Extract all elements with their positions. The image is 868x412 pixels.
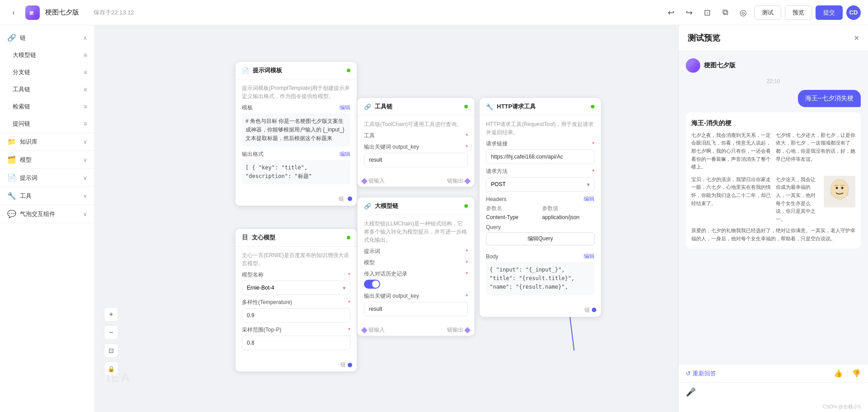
lock-btn[interactable]: 🔒 bbox=[104, 361, 118, 376]
llm-chain-in-label: 链输入 bbox=[368, 326, 385, 334]
submit-button[interactable]: 提交 bbox=[816, 5, 843, 20]
svg-point-11 bbox=[836, 187, 838, 189]
sidebar-item-search-chain[interactable]: 检索链 ≡ bbox=[0, 98, 94, 115]
sidebar-label-search: 检索链 bbox=[13, 103, 80, 111]
http-tool-header: 🔧 HTTP请求工具 bbox=[480, 98, 601, 116]
zoom-out-btn[interactable]: − bbox=[104, 325, 118, 340]
fit-btn[interactable]: ⊡ bbox=[104, 343, 118, 358]
llm-prompt-required: * bbox=[466, 248, 468, 255]
branch-menu-icon[interactable]: ≡ bbox=[84, 69, 87, 76]
temperature-label-text: 多样性(Temperature) bbox=[242, 299, 292, 306]
preview-button[interactable]: 预览 bbox=[785, 5, 812, 20]
redo-button[interactable]: ↪ bbox=[682, 5, 696, 20]
llm-chain-out-diamond bbox=[464, 327, 471, 333]
toggle-thumb bbox=[372, 281, 379, 288]
http-tool-node: 🔧 HTTP请求工具 HTTP请求工具(RequestTool)，用于发起请求并… bbox=[479, 98, 601, 317]
http-tool-body: HTTP请求工具(RequestTool)，用于发起请求并返回结果。 请求链接 … bbox=[480, 116, 601, 304]
tool-chain-status bbox=[464, 105, 468, 108]
llm-model-label: 模型 * bbox=[364, 259, 468, 267]
tool-chain-in: 链输入 bbox=[362, 177, 385, 185]
preview-close-btn[interactable]: × bbox=[854, 33, 859, 43]
refresh-btn[interactable]: ↺ 重新回答 bbox=[686, 370, 716, 378]
body-edit-btn[interactable]: 编辑 bbox=[584, 253, 594, 260]
temperature-label: 多样性(Temperature) * bbox=[242, 299, 350, 306]
test-button[interactable]: 测试 bbox=[754, 5, 781, 20]
url-input[interactable] bbox=[486, 150, 594, 164]
llm-chain-body: 大模型链(LLMChain)是一种链式结构，它将多个输入转化为模型提示，并可进一… bbox=[358, 215, 474, 324]
llm-model-required: * bbox=[466, 260, 468, 266]
sidebar-label-branch: 分支链 bbox=[13, 68, 80, 76]
export-button[interactable]: ⧉ bbox=[718, 5, 732, 20]
search-menu-icon[interactable]: ≡ bbox=[84, 103, 87, 110]
template-edit-btn[interactable]: 编辑 bbox=[340, 104, 350, 112]
output-format-edit-btn[interactable]: 编辑 bbox=[340, 150, 350, 158]
undo-button[interactable]: ↩ bbox=[664, 5, 678, 20]
qa-menu-icon[interactable]: ≡ bbox=[84, 120, 87, 127]
thumbup-btn[interactable]: 👍 bbox=[834, 369, 843, 378]
tool-chain-body: 工具链(ToolChain)可通用工具进行查询。 工具 * 输出关键词 outp… bbox=[358, 116, 474, 175]
mic-icon[interactable]: 🎤 bbox=[686, 387, 696, 397]
sidebar-label-knowledge: 知识库 bbox=[20, 138, 80, 146]
sidebar-item-chain[interactable]: 🔗 链 ∧ bbox=[0, 29, 94, 47]
model-select-wrapper: Ernie-Bot-4 bbox=[242, 281, 350, 295]
wenxin-icon: 目 bbox=[242, 234, 248, 242]
llm-history-required: * bbox=[466, 271, 468, 277]
chat-footer: ↺ 重新回答 👍 | 👎 bbox=[679, 364, 868, 382]
model-select[interactable]: Ernie-Bot-4 bbox=[242, 281, 350, 295]
headers-label: Headers 编辑 bbox=[486, 195, 594, 203]
llm-prompt-label-text: 提示词 bbox=[364, 248, 380, 255]
sidebar-item-knowledge[interactable]: 📁 知识库 ∨ bbox=[0, 133, 94, 150]
sidebar-item-tool[interactable]: 🔧 工具 ∨ bbox=[0, 187, 94, 205]
tool-chain-menu-icon[interactable]: ≡ bbox=[84, 86, 87, 93]
sidebar-section-model: 🗂️ 模型 ∨ bbox=[0, 151, 94, 169]
top-p-row: 采样范围(Top-P) * bbox=[242, 326, 350, 350]
app-avatar: 梗 bbox=[25, 5, 40, 20]
zoom-in-btn[interactable]: + bbox=[104, 307, 118, 322]
sidebar-item-llm-chain[interactable]: 大模型链 ≡ bbox=[0, 47, 94, 64]
url-label: 请求链接 * bbox=[486, 140, 594, 148]
method-select[interactable]: POST GET bbox=[486, 177, 594, 192]
sidebar-item-branch-chain[interactable]: 分支链 ≡ bbox=[0, 64, 94, 81]
svg-point-10 bbox=[830, 179, 849, 199]
prompt-template-node: 📄 提示词模板 提示词模板(PromptTemplate)用于创建提示并定义输出… bbox=[235, 61, 357, 206]
llm-prompt-label: 提示词 * bbox=[364, 248, 468, 255]
sidebar-label-tool: 工具 bbox=[20, 192, 80, 200]
headers-cols: 参数名 参数值 bbox=[486, 205, 594, 212]
sidebar-item-model[interactable]: 🗂️ 模型 ∨ bbox=[0, 151, 94, 169]
back-button[interactable]: ‹ bbox=[7, 6, 20, 19]
tool-chain-connectors: 链输入 链输出 bbox=[358, 175, 474, 187]
sidebar-item-prompt[interactable]: 📄 提示词 ∨ bbox=[0, 169, 94, 187]
tool-output-key-input[interactable] bbox=[364, 153, 468, 167]
model-name-label: 模型名称 * bbox=[242, 271, 350, 279]
sidebar-item-qa-chain[interactable]: 提问链 ≡ bbox=[0, 115, 94, 132]
wenxin-header: 目 文心模型 bbox=[236, 229, 357, 247]
llm-menu-icon[interactable]: ≡ bbox=[84, 52, 87, 59]
tool-chain-out: 链输出 bbox=[447, 177, 470, 185]
user-avatar[interactable]: CD bbox=[846, 5, 861, 20]
output-format-row: 输出格式 编辑 [ { "key": "title", "description… bbox=[242, 150, 350, 184]
tool-chain-desc: 工具链(ToolChain)可通用工具进行查询。 bbox=[364, 120, 468, 128]
thumbdown-btn[interactable]: 👎 bbox=[852, 369, 861, 378]
edit-query-btn[interactable]: 编辑Query bbox=[486, 232, 594, 245]
chat-input[interactable] bbox=[699, 389, 861, 396]
http-tool-title: HTTP请求工具 bbox=[497, 103, 587, 111]
tools-field-row: 工具 * bbox=[364, 132, 468, 140]
header-key-col: 参数名 bbox=[486, 205, 538, 212]
llm-chain-out: 链输出 bbox=[447, 326, 470, 334]
sidebar-section-knowledge: 📁 知识库 ∨ bbox=[0, 133, 94, 151]
method-label: 请求方法 * bbox=[486, 168, 594, 175]
llm-chain-header: 🔗 大模型链 bbox=[358, 197, 474, 215]
settings-button[interactable]: ◎ bbox=[736, 5, 750, 20]
screenshot-button[interactable]: ⊡ bbox=[700, 5, 714, 20]
llm-output-key-input[interactable] bbox=[364, 302, 468, 316]
sidebar-item-bubble[interactable]: 💬 气泡交互组件 ∨ bbox=[0, 205, 94, 223]
chain-icon: 🔗 bbox=[7, 33, 16, 42]
temperature-input[interactable] bbox=[242, 308, 350, 323]
sidebar-item-tool-chain[interactable]: 工具链 ≡ bbox=[0, 81, 94, 98]
sidebar-section-tool: 🔧 工具 ∨ bbox=[0, 187, 94, 205]
top-p-input[interactable] bbox=[242, 336, 350, 350]
headers-edit-btn[interactable]: 编辑 bbox=[584, 195, 594, 203]
chain-label: 链 bbox=[339, 195, 344, 203]
llm-history-toggle[interactable] bbox=[364, 280, 380, 289]
prompt-template-connector: 链 bbox=[236, 192, 357, 206]
